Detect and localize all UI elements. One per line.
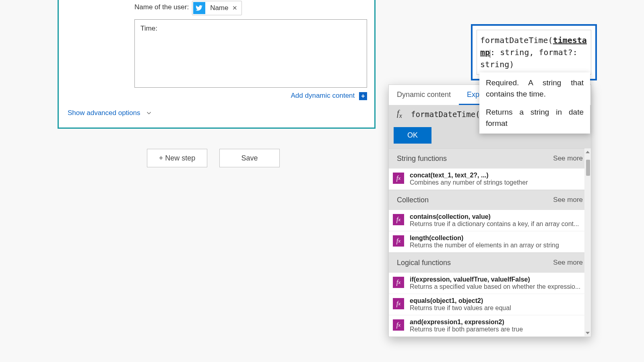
group-collection: Collection See more [389, 190, 591, 210]
fx-badge-icon: fx [393, 298, 404, 309]
tab-dynamic-content[interactable]: Dynamic content [389, 85, 459, 105]
function-signature: contains(collection, value) [410, 213, 583, 220]
show-advanced-toggle[interactable]: Show advanced options [59, 100, 374, 117]
function-signature: concat(text_1, text_2?, ...) [410, 172, 583, 179]
add-dynamic-content-link[interactable]: Add dynamic content [291, 92, 355, 99]
dynamic-token-name[interactable]: Name ✕ [192, 1, 242, 15]
function-equals[interactable]: fx equals(object1, object2) Returns true… [389, 294, 591, 315]
save-button[interactable]: Save [219, 149, 280, 167]
fx-badge-icon: fx [393, 319, 404, 331]
group-label: Collection [397, 196, 429, 204]
fx-badge-icon: fx [393, 235, 404, 247]
function-signature: and(expression1, expression2) [410, 319, 583, 326]
fx-icon: fx [397, 109, 402, 120]
show-advanced-label: Show advanced options [68, 109, 140, 117]
signature-popover: formatDateTime(timestamp: string, format… [471, 24, 597, 80]
function-contains[interactable]: fx contains(collection, value) Returns t… [389, 210, 591, 231]
function-description: Combines any number of strings together [410, 179, 583, 186]
action-card: Name of the user: Name ✕ Time: Add dynam… [58, 0, 376, 129]
token-remove-icon[interactable]: ✕ [232, 4, 237, 12]
twitter-icon [193, 2, 205, 14]
time-input[interactable]: Time: [134, 19, 367, 88]
function-signature: if(expression, valueIfTrue, valueIfFalse… [410, 276, 583, 283]
signature-code: formatDateTime(timestamp: string, format… [477, 30, 591, 75]
help-popover: Required. A string that contains the tim… [479, 72, 590, 134]
scroll-thumb[interactable] [586, 160, 590, 176]
function-description: Returns the number of elements in an arr… [410, 242, 583, 249]
group-label: String functions [397, 154, 447, 163]
token-label: Name [210, 4, 228, 12]
see-more-link[interactable]: See more [553, 196, 583, 204]
function-list[interactable]: String functions See more fx concat(text… [389, 148, 591, 337]
function-length[interactable]: fx length(collection) Returns the number… [389, 231, 591, 253]
group-label: Logical functions [397, 259, 451, 267]
group-logical-functions: Logical functions See more [389, 253, 591, 273]
fx-badge-icon: fx [393, 277, 404, 288]
function-concat[interactable]: fx concat(text_1, text_2?, ...) Combines… [389, 169, 591, 190]
function-and[interactable]: fx and(expression1, expression2) Returns… [389, 315, 591, 337]
user-field-row: Name of the user: Name ✕ [134, 1, 367, 15]
fx-badge-icon: fx [393, 214, 404, 225]
function-description: Returns true if both parameters are true [410, 326, 583, 333]
expression-input[interactable]: formatDateTime( [411, 110, 480, 119]
fx-badge-icon: fx [393, 173, 404, 184]
function-description: Returns true if a dictionary contains a … [410, 220, 583, 228]
function-signature: equals(object1, object2) [410, 297, 583, 304]
group-string-functions: String functions See more [389, 148, 591, 169]
time-label: Time: [140, 25, 157, 32]
plus-icon[interactable]: + [359, 92, 367, 100]
new-step-button[interactable]: + New step [147, 149, 207, 167]
help-required: Required. A string that contains the tim… [486, 77, 584, 99]
function-description: Returns true if two values are equal [410, 304, 583, 312]
user-label: Name of the user: [134, 1, 189, 11]
scroll-up-icon[interactable] [586, 151, 590, 153]
see-more-link[interactable]: See more [553, 154, 583, 163]
see-more-link[interactable]: See more [553, 259, 583, 267]
scroll-down-icon[interactable] [586, 332, 590, 334]
scrollbar-track[interactable] [584, 148, 591, 337]
action-buttons: + New step Save [147, 149, 280, 167]
function-if[interactable]: fx if(expression, valueIfTrue, valueIfFa… [389, 273, 591, 294]
help-returns: Returns a string in date format [486, 107, 584, 129]
function-signature: length(collection) [410, 234, 583, 242]
ok-button[interactable]: OK [394, 127, 431, 144]
dynamic-content-row: Add dynamic content + [59, 88, 374, 100]
chevron-down-icon [145, 109, 153, 117]
function-description: Returns a specified value based on wheth… [410, 283, 583, 290]
